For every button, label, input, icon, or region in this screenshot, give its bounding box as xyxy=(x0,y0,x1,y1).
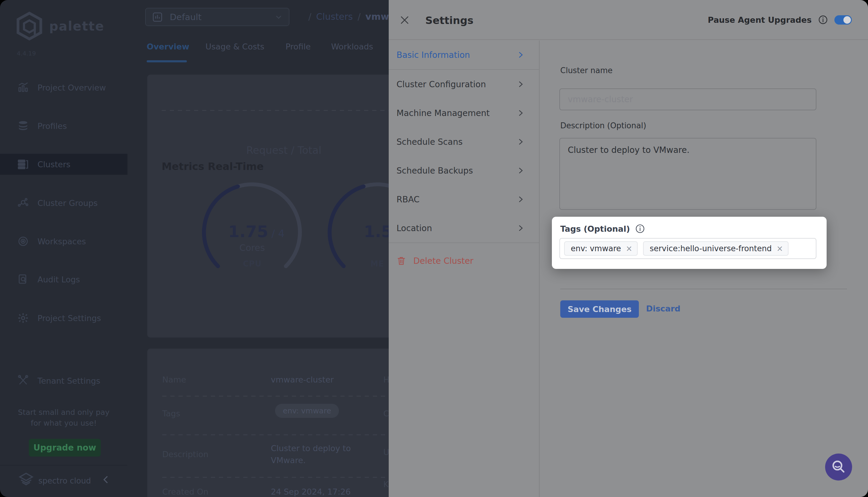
cpu-gauge-caption: CPU xyxy=(243,259,262,268)
description-label: Description (Optional) xyxy=(560,121,646,130)
metrics-subtitle: Request / Total xyxy=(246,144,322,156)
info-value-description-line1: Cluster to deploy to xyxy=(271,444,351,453)
tag-chip-env-vmware: env: vmware × xyxy=(564,241,638,256)
clipped-column-letter: U xyxy=(383,448,389,457)
project-selector-dropdown[interactable]: Default xyxy=(145,8,290,26)
sidebar-item-cluster-groups[interactable]: Cluster Groups xyxy=(0,193,127,213)
node-network-icon xyxy=(17,197,29,209)
app-screen: palette 4.4.19 Project Overview Profiles xyxy=(0,0,868,497)
sidebar-item-project-overview[interactable]: Project Overview xyxy=(0,77,127,98)
info-label-name: Name xyxy=(162,375,186,384)
save-changes-button[interactable]: Save Changes xyxy=(560,300,639,318)
tag-chip-service-hello-universe-frontend: service:hello-universe-frontend × xyxy=(643,241,788,256)
description-value: Cluster to deploy to VMware. xyxy=(568,145,816,155)
app-version: 4.4.19 xyxy=(17,50,36,57)
cpu-gauge-total: / 4 xyxy=(268,228,285,240)
sidebar-item-label: Clusters xyxy=(38,160,70,169)
tab-workloads[interactable]: Workloads xyxy=(331,42,373,51)
cluster-name-label: Cluster name xyxy=(560,66,613,75)
project-chart-icon xyxy=(152,12,163,22)
tags-spotlight-card: Tags (Optional) env: vmware × service:he… xyxy=(552,217,827,269)
cpu-gauge-unit: Cores xyxy=(239,242,265,253)
sidebar-item-label: Tenant Settings xyxy=(38,376,100,385)
info-label-created-on: Created On xyxy=(162,487,208,496)
help-search-fab[interactable] xyxy=(825,454,852,481)
palette-logo-icon xyxy=(16,11,43,41)
layers-stack-icon xyxy=(17,120,29,132)
clipped-column-letter: K xyxy=(383,480,389,489)
sidebar-item-workspaces[interactable]: Workspaces xyxy=(0,231,127,252)
sidebar-item-label: Cluster Groups xyxy=(38,198,98,208)
cluster-name-input[interactable]: vmware-cluster xyxy=(559,88,816,110)
sidebar-footer: spectro cloud xyxy=(0,465,127,497)
server-list-icon xyxy=(17,158,29,170)
remove-tag-icon[interactable]: × xyxy=(626,244,632,253)
breadcrumb-clusters-link[interactable]: Clusters xyxy=(316,11,353,22)
memory-gauge-caption: ME xyxy=(370,259,384,268)
sidebar-item-profiles[interactable]: Profiles xyxy=(0,115,127,137)
tab-usage-costs[interactable]: Usage & Costs xyxy=(206,42,264,51)
tab-overview[interactable]: Overview xyxy=(147,42,189,51)
tab-profile[interactable]: Profile xyxy=(285,42,311,51)
sidebar-item-label: Profiles xyxy=(38,122,67,131)
sidebar-item-project-settings[interactable]: Project Settings xyxy=(0,308,127,328)
sidebar-item-label: Project Settings xyxy=(38,314,101,323)
cpu-gauge-value: 1.75 / 4 xyxy=(228,222,285,241)
sidebar-item-label: Project Overview xyxy=(38,83,106,92)
tags-label: Tags (Optional) xyxy=(560,224,630,233)
sidebar-item-clusters[interactable]: Clusters xyxy=(0,154,127,175)
collapse-sidebar-chevron-icon[interactable] xyxy=(101,475,110,484)
remove-tag-icon[interactable]: × xyxy=(776,244,783,253)
clipped-column-letter: C xyxy=(383,409,389,418)
tools-icon xyxy=(17,375,29,387)
active-tab-underline xyxy=(147,60,187,62)
spectro-cloud-logo-icon xyxy=(18,472,34,487)
document-search-icon xyxy=(17,273,29,285)
form-divider xyxy=(560,289,847,289)
sidebar-item-tenant-settings[interactable]: Tenant Settings xyxy=(0,370,127,391)
project-selector-value: Default xyxy=(170,12,201,22)
metrics-card-title: Metrics Real-Time xyxy=(162,160,264,172)
tags-input[interactable]: env: vmware × service:hello-universe-fro… xyxy=(559,238,816,259)
search-smile-icon xyxy=(831,459,846,475)
upgrade-now-button[interactable]: Upgrade now xyxy=(29,439,101,456)
chevron-down-icon xyxy=(275,14,282,21)
gear-icon xyxy=(17,312,29,324)
info-value-name: vmware-cluster xyxy=(271,375,334,384)
breadcrumb-slash: / xyxy=(358,11,361,22)
breadcrumb-slash: / xyxy=(308,11,311,22)
info-value-created-on: 24 Sep 2024, 17:26 xyxy=(271,487,351,496)
description-textarea[interactable]: Cluster to deploy to VMware. xyxy=(559,138,816,210)
info-label-description: Description xyxy=(162,450,208,459)
sidebar-item-audit-logs[interactable]: Audit Logs xyxy=(0,269,127,290)
bar-chart-icon xyxy=(17,82,29,94)
info-tag-chip: env: vmware xyxy=(275,404,339,418)
concentric-circles-icon xyxy=(17,235,29,247)
cluster-name-value: vmware-cluster xyxy=(568,95,633,104)
brand-logo-row: palette xyxy=(16,11,104,41)
sidebar-item-label: Workspaces xyxy=(38,237,86,246)
upgrade-promo-text: Start small and only pay for what you us… xyxy=(0,407,127,429)
spectro-cloud-label: spectro cloud xyxy=(38,476,91,485)
info-value-description-line2: VMware. xyxy=(271,456,306,465)
info-label-tags: Tags xyxy=(162,409,180,418)
sidebar-item-label: Audit Logs xyxy=(38,275,80,284)
brand-name: palette xyxy=(49,19,104,33)
discard-button[interactable]: Discard xyxy=(646,304,681,313)
info-icon[interactable] xyxy=(635,224,645,233)
